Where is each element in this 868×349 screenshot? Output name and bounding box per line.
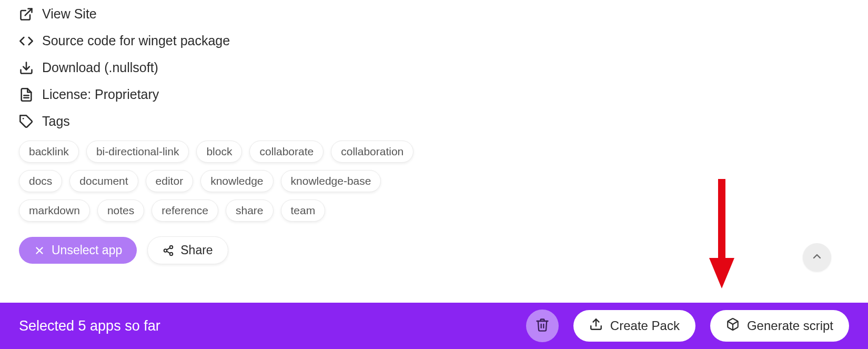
scroll-to-top-button[interactable] xyxy=(803,243,831,272)
unselect-app-button[interactable]: Unselect app xyxy=(19,237,137,264)
selection-status: Selected 5 apps so far xyxy=(19,318,526,334)
download-label: Download (.nullsoft) xyxy=(42,60,158,75)
tag-item[interactable]: knowledge-base xyxy=(281,170,381,192)
file-icon xyxy=(19,87,34,102)
tag-item[interactable]: reference xyxy=(152,200,218,222)
tag-item[interactable]: knowledge xyxy=(200,170,273,192)
generate-script-button[interactable]: Generate script xyxy=(710,310,849,342)
tag-item[interactable]: team xyxy=(281,200,326,222)
trash-icon xyxy=(535,317,550,334)
chevron-up-icon xyxy=(811,250,823,265)
license-label: License: Proprietary xyxy=(42,87,159,102)
tag-item[interactable]: block xyxy=(196,141,242,163)
tag-item[interactable]: document xyxy=(69,170,138,192)
tag-item[interactable]: share xyxy=(226,200,274,222)
tag-list: backlink bi-directional-link block colla… xyxy=(19,141,429,222)
upload-icon xyxy=(589,317,603,334)
share-label: Share xyxy=(180,243,213,257)
svg-line-11 xyxy=(167,247,170,250)
svg-line-10 xyxy=(167,251,170,253)
clear-selection-button[interactable] xyxy=(526,310,559,342)
create-pack-button[interactable]: Create Pack xyxy=(573,310,695,342)
generate-script-label: Generate script xyxy=(747,318,833,333)
create-pack-label: Create Pack xyxy=(610,318,680,333)
share-button[interactable]: Share xyxy=(147,236,228,264)
tag-item[interactable]: markdown xyxy=(19,200,90,222)
tag-item[interactable]: collaboration xyxy=(331,141,413,163)
app-detail-panel: View Site Source code for winget package… xyxy=(0,0,868,264)
tag-item[interactable]: notes xyxy=(97,200,144,222)
view-site-label: View Site xyxy=(42,6,97,22)
tag-item[interactable]: editor xyxy=(146,170,194,192)
tag-item[interactable]: collaborate xyxy=(249,141,324,163)
bottom-bar-actions: Create Pack Generate script xyxy=(526,310,849,342)
unselect-label: Unselect app xyxy=(52,243,122,257)
download-icon xyxy=(19,61,34,75)
close-icon xyxy=(34,245,45,256)
tag-item[interactable]: docs xyxy=(19,170,62,192)
source-code-link[interactable]: Source code for winget package xyxy=(19,33,849,48)
cube-icon xyxy=(726,317,740,334)
tags-heading: Tags xyxy=(42,114,70,129)
svg-line-0 xyxy=(25,8,32,15)
selection-bottom-bar: Selected 5 apps so far Create Pack Gener… xyxy=(0,303,868,349)
tag-item[interactable]: bi-directional-link xyxy=(86,141,189,163)
license-row: License: Proprietary xyxy=(19,87,849,102)
share-icon xyxy=(163,245,174,256)
tag-item[interactable]: backlink xyxy=(19,141,79,163)
tags-row: Tags xyxy=(19,114,849,129)
code-icon xyxy=(19,34,34,48)
view-site-link[interactable]: View Site xyxy=(19,6,849,22)
download-link[interactable]: Download (.nullsoft) xyxy=(19,60,849,75)
tag-icon xyxy=(19,114,34,129)
external-link-icon xyxy=(19,7,34,22)
detail-actions: Unselect app Share xyxy=(19,236,849,264)
source-code-label: Source code for winget package xyxy=(42,33,230,48)
